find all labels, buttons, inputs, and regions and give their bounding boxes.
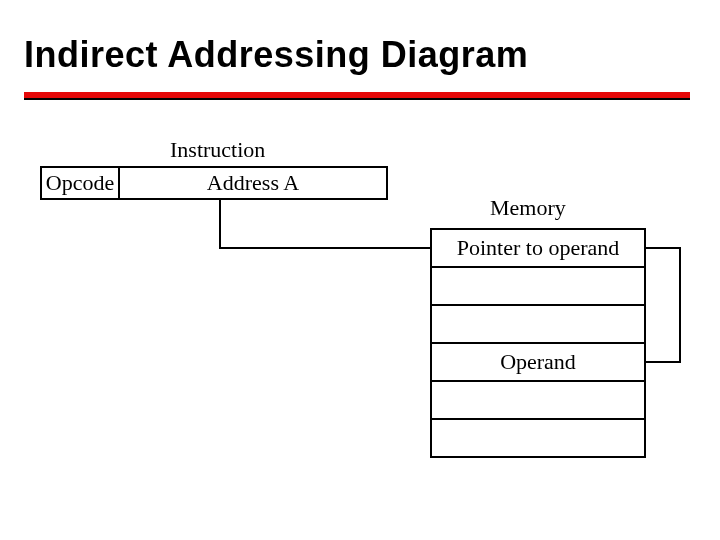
pointer-text: Pointer to operand [457,235,620,260]
slide: Indirect Addressing Diagram Instruction … [0,0,720,540]
memory-cell-1 [430,266,646,306]
address-box: Address A [118,166,388,200]
opcode-box: Opcode [40,166,120,200]
opcode-text: Opcode [46,170,114,195]
title-rule-black [24,98,690,100]
instruction-label: Instruction [170,137,265,163]
operand-text: Operand [500,349,576,374]
address-text: Address A [207,170,299,195]
memory-cell-4 [430,380,646,420]
memory-cell-pointer: Pointer to operand [430,228,646,268]
memory-cell-operand: Operand [430,342,646,382]
slide-title: Indirect Addressing Diagram [24,34,528,76]
memory-cell-5 [430,418,646,458]
memory-label: Memory [490,195,566,221]
memory-cell-2 [430,304,646,344]
